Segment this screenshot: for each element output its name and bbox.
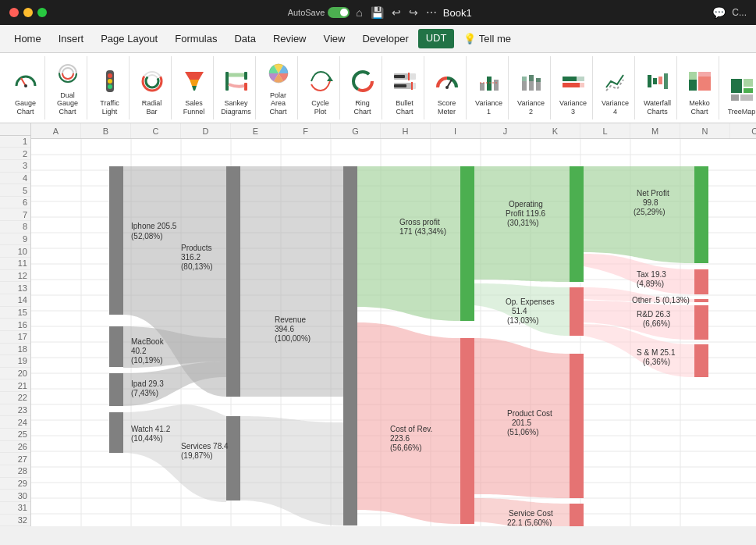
ribbon-variance4: Variance 4 [596, 56, 635, 119]
menu-formulas[interactable]: Formulas [167, 30, 225, 48]
traffic-light-label: Traffic Light [98, 99, 122, 116]
svg-rect-48 [648, 75, 651, 87]
title-bar-right: 💬 C... [712, 6, 747, 19]
bullet-chart-label: Bullet Chart [392, 99, 417, 116]
svg-rect-49 [653, 78, 657, 84]
ribbon-gauge-chart: Gauge Chart [6, 56, 45, 119]
mekko-button[interactable]: Mekko Chart [683, 66, 717, 119]
more-icon[interactable]: ⋯ [426, 6, 437, 19]
menu-view[interactable]: View [316, 30, 353, 48]
account-icon[interactable]: C... [732, 7, 747, 18]
svg-rect-50 [658, 77, 662, 84]
node-tax [694, 269, 708, 294]
ribbon-mekko: Mekko Chart [680, 56, 719, 119]
waterfall-button[interactable]: Waterfall Charts [639, 66, 676, 119]
label-service-cost-val: 22.1 (5,60%) [507, 518, 552, 526]
dual-gauge-button[interactable]: Dual Gauge Chart [51, 58, 85, 119]
svg-marker-20 [327, 77, 333, 81]
home-icon[interactable]: ⌂ [356, 6, 362, 19]
traffic-lights [9, 8, 47, 17]
menu-home[interactable]: Home [6, 30, 49, 48]
row-header-10: 10 [0, 245, 30, 258]
label-rnd-pct: (6,66%) [643, 319, 670, 328]
radial-bar-icon [140, 69, 165, 98]
variance2-button[interactable]: Variance 2 [513, 66, 549, 119]
svg-rect-34 [480, 83, 484, 91]
variance1-label: Variance 1 [475, 99, 502, 116]
ribbon-traffic-light: Traffic Light [91, 56, 130, 119]
traffic-light-button[interactable]: Traffic Light [93, 66, 127, 119]
maximize-button[interactable] [37, 8, 47, 17]
ribbon-sankey: Sankey Diagrams [217, 56, 256, 119]
ring-chart-button[interactable]: Ring Chart [346, 66, 380, 119]
ribbon-score-meter: Score Meter [428, 56, 467, 119]
share-icon[interactable]: 💬 [712, 6, 726, 19]
menu-udt[interactable]: UDT [418, 29, 455, 48]
menu-data[interactable]: Data [226, 30, 263, 48]
variance3-button[interactable]: Variance 3 [555, 66, 591, 119]
sankey-label: Sankey Diagrams [221, 99, 251, 116]
label-revenue-pct: (100,00%) [275, 334, 311, 343]
menu-page-layout[interactable]: Page Layout [93, 30, 165, 48]
bullet-chart-button[interactable]: Bullet Chart [388, 66, 422, 119]
svg-rect-35 [487, 77, 492, 91]
row-header-23: 23 [0, 404, 30, 417]
treemap-label: TreeMap [728, 108, 756, 116]
undo-icon[interactable]: ↩ [392, 6, 401, 19]
row-header-25: 25 [0, 429, 30, 441]
radial-bar-button[interactable]: Radial Bar [135, 66, 169, 119]
node-net-profit [694, 166, 708, 263]
node-service-cost [570, 504, 584, 526]
sankey-button[interactable]: Sankey Diagrams [216, 66, 256, 119]
score-meter-button[interactable]: Score Meter [430, 66, 464, 119]
close-button[interactable] [9, 8, 19, 17]
label-op-exp: Op. Expenses [506, 297, 555, 306]
col-header-l: L [580, 123, 630, 138]
svg-rect-51 [664, 73, 668, 89]
treemap-button[interactable]: TreeMap [723, 74, 756, 119]
col-header-j: J [481, 123, 531, 138]
menu-bar: Home Insert Page Layout Formulas Data Re… [0, 25, 756, 53]
spreadsheet: 1 2 3 4 5 6 7 8 9 10 11 12 13 14 15 16 1… [0, 123, 756, 526]
node-products [226, 166, 240, 397]
autosave-toggle[interactable] [328, 7, 350, 18]
menu-review[interactable]: Review [265, 30, 314, 48]
svg-rect-52 [689, 80, 697, 91]
menu-insert[interactable]: Insert [51, 30, 92, 48]
label-net-profit: Net Profit [637, 189, 669, 198]
row-header-15: 15 [0, 307, 30, 319]
menu-developer[interactable]: Developer [354, 30, 416, 48]
gauge-chart-button[interactable]: Gauge Chart [9, 66, 43, 119]
variance4-button[interactable]: Variance 4 [597, 66, 634, 119]
label-products-pct: (80,13%) [181, 262, 213, 271]
node-rnd [694, 305, 708, 340]
label-cost-rev: Cost of Rev. [390, 425, 432, 433]
svg-point-6 [108, 73, 112, 78]
svg-rect-57 [744, 79, 753, 87]
label-revenue-val: 394.6 [275, 325, 294, 333]
label-sm-pct: (6,36%) [643, 358, 670, 366]
polar-area-button[interactable]: Polar Area Chart [261, 58, 296, 119]
col-header-i: I [431, 123, 481, 138]
book-title: Book1 [443, 7, 472, 19]
mekko-label: Mekko Chart [687, 99, 712, 116]
score-meter-label: Score Meter [435, 99, 460, 116]
label-op-profit-val: Profit 119.6 [506, 209, 546, 218]
redo-icon[interactable]: ↪ [409, 6, 418, 19]
label-services: Services 78.4 [181, 442, 229, 451]
autosave-label: AutoSave [288, 7, 350, 18]
sales-funnel-button[interactable]: Sales Funnel [177, 66, 211, 119]
cycle-plot-button[interactable]: Cycle Plot [303, 66, 338, 119]
row-header-27: 27 [0, 453, 30, 465]
ribbon-variance1: Variance 1 [470, 56, 509, 119]
col-header-h: H [381, 123, 431, 138]
menu-tell-me[interactable]: 💡 Tell me [456, 30, 519, 48]
node-sm [694, 344, 708, 377]
save-icon[interactable]: 💾 [371, 6, 384, 19]
variance1-button[interactable]: Variance 1 [470, 66, 507, 119]
svg-rect-54 [698, 77, 711, 91]
variance3-icon [561, 69, 586, 98]
row-header-21: 21 [0, 379, 30, 392]
label-op-profit-pct: (30,31%) [507, 219, 539, 227]
minimize-button[interactable] [23, 8, 33, 17]
